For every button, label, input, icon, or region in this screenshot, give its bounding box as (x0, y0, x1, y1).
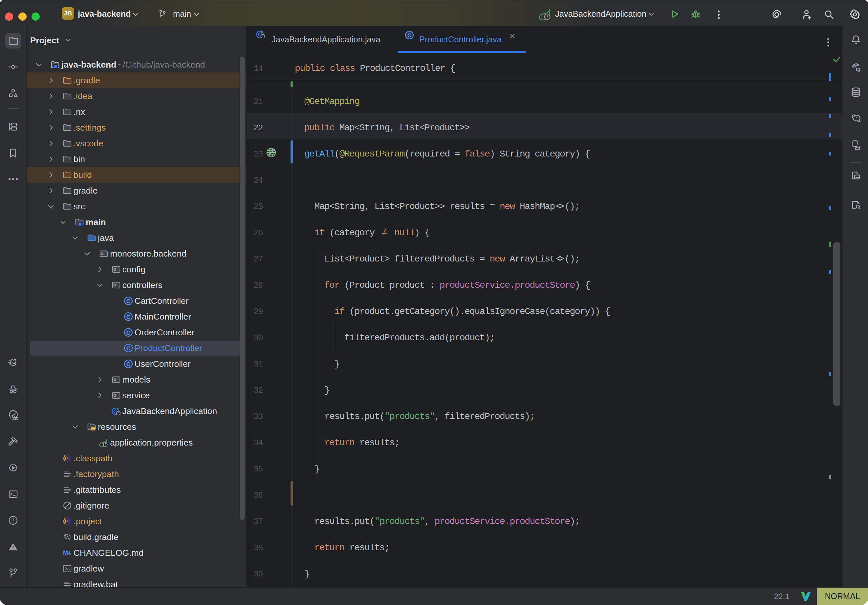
svg-text:C: C (126, 314, 130, 320)
svg-text:C: C (126, 330, 130, 336)
svg-text:M: M (63, 549, 68, 556)
svg-text:C: C (126, 345, 130, 352)
svg-text:C: C (126, 361, 130, 367)
svg-text:C: C (126, 298, 130, 305)
svg-text:C: C (408, 32, 411, 39)
